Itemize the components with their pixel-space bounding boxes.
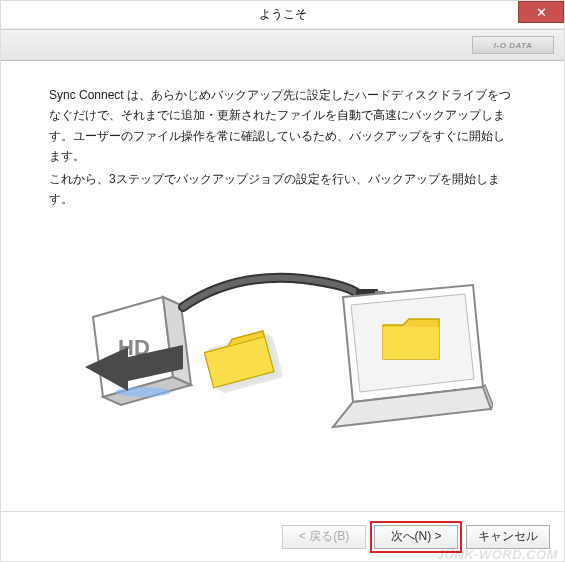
cancel-button[interactable]: キャンセル: [466, 525, 550, 549]
close-button[interactable]: ✕: [518, 1, 564, 23]
back-button: < 戻る(B): [282, 525, 366, 549]
svg-point-0: [115, 387, 171, 397]
window-title: ようこそ: [259, 6, 307, 23]
backup-illustration: HD: [49, 237, 516, 447]
description-para-1: Sync Connect は、あらかじめバックアップ先に設定したハードディスクド…: [49, 85, 516, 167]
folder-transfer-icon: [203, 329, 284, 395]
description-text: Sync Connect は、あらかじめバックアップ先に設定したハードディスクド…: [49, 85, 516, 209]
footer-buttons: < 戻る(B) 次へ(N) > キャンセル: [1, 511, 564, 561]
wizard-window: ようこそ ✕ I-O DATA Sync Connect は、あらかじめバックア…: [0, 0, 565, 562]
titlebar: ようこそ ✕: [1, 1, 564, 29]
content-area: Sync Connect は、あらかじめバックアップ先に設定したハードディスクド…: [1, 61, 564, 457]
brand-badge: I-O DATA: [472, 36, 554, 54]
next-button[interactable]: 次へ(N) >: [374, 525, 458, 549]
laptop-icon: [333, 285, 493, 427]
description-para-2: これから、3ステップでバックアップジョブの設定を行い、バックアップを開始します。: [49, 169, 516, 210]
close-icon: ✕: [536, 5, 547, 20]
header-strip: I-O DATA: [1, 29, 564, 61]
illustration-svg: HD: [73, 237, 493, 447]
